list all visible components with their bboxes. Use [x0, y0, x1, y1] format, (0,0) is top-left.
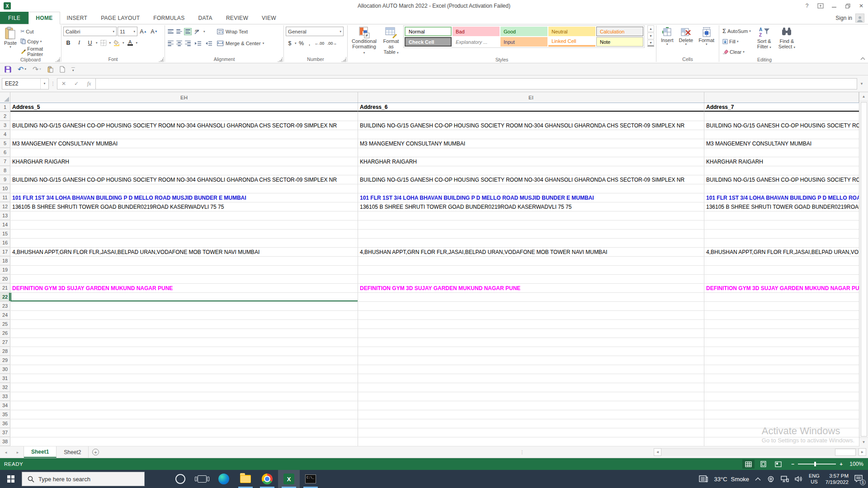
- grid-cell[interactable]: [10, 320, 358, 328]
- row-header-29[interactable]: 29: [0, 356, 10, 365]
- restore-button[interactable]: [841, 0, 854, 12]
- underline-button[interactable]: U: [85, 38, 95, 47]
- grid-cell[interactable]: [704, 401, 859, 410]
- cell-style-linked[interactable]: Linked Cell: [548, 37, 595, 47]
- grid-cell[interactable]: [358, 356, 704, 365]
- format-cells-button[interactable]: Format ▾: [696, 25, 717, 47]
- cortana-button[interactable]: [170, 470, 191, 488]
- grid-cell[interactable]: 136105 B SHREE SHRUTI TOWER GOAD BUNDER0…: [358, 202, 704, 211]
- fill-button[interactable]: Fill ▾: [721, 37, 752, 46]
- grid-cell[interactable]: [704, 347, 859, 356]
- accounting-dropdown-icon[interactable]: ▾: [295, 42, 297, 45]
- align-left-button[interactable]: [167, 40, 175, 47]
- grid-cell[interactable]: 4,BHUSHAN APPT,GRN FLOR FLR,JASAI,BELPAD…: [358, 248, 704, 256]
- decrease-font-button[interactable]: A▼: [149, 27, 159, 36]
- grid-cell[interactable]: [358, 130, 704, 139]
- grid-cell[interactable]: [358, 275, 704, 283]
- grid-cell[interactable]: [10, 428, 358, 437]
- grid-cell[interactable]: KHARGHAR RAIGARH: [358, 157, 704, 166]
- clear-dropdown-icon[interactable]: ▾: [743, 51, 745, 53]
- grid-cell[interactable]: [704, 293, 859, 301]
- grid-cell[interactable]: BUILDING NO-G/15 GANESH CO-OP HOUSING SO…: [704, 121, 859, 130]
- number-format-select[interactable]: General ▾: [286, 27, 344, 36]
- row-header-8[interactable]: 8: [0, 166, 10, 175]
- font-color-button[interactable]: A: [125, 38, 135, 47]
- find-select-button[interactable]: Find & Select ▾: [776, 25, 797, 51]
- bold-button[interactable]: B: [63, 38, 73, 47]
- paste-dropdown-icon[interactable]: ▾: [9, 46, 11, 48]
- qat-new-document-button[interactable]: [60, 66, 65, 73]
- sheet-nav-right-button[interactable]: ▸: [12, 446, 24, 458]
- grid-cell[interactable]: [704, 374, 859, 383]
- grid-cell[interactable]: BUILDING NO-G/15 GANESH CO-OP HOUSING SO…: [10, 121, 358, 130]
- italic-button[interactable]: I: [74, 38, 84, 47]
- grid-cell[interactable]: [704, 356, 859, 365]
- weather-condition[interactable]: Smoke: [731, 476, 749, 483]
- format-painter-button[interactable]: Format Painter: [19, 47, 59, 56]
- horizontal-scroll-thumb[interactable]: [835, 449, 856, 456]
- cell-style-normal[interactable]: Normal: [405, 27, 452, 36]
- borders-dropdown-icon[interactable]: ▾: [109, 42, 111, 44]
- taskbar-search-input[interactable]: Type here to search: [22, 472, 145, 486]
- grid-cell[interactable]: [10, 166, 358, 175]
- wrap-text-button[interactable]: Wrap Text: [217, 27, 264, 36]
- grid-cell[interactable]: [358, 365, 704, 374]
- row-header-19[interactable]: 19: [0, 266, 10, 274]
- row-header-20[interactable]: 20: [0, 275, 10, 283]
- grid-cell[interactable]: [704, 266, 859, 274]
- insert-cells-button[interactable]: Insert ▾: [659, 25, 676, 47]
- grid-cell[interactable]: [358, 302, 704, 310]
- grid-cell[interactable]: [10, 374, 358, 383]
- orientation-dropdown-icon[interactable]: ▾: [203, 30, 205, 33]
- grid-cell[interactable]: [358, 112, 704, 121]
- scroll-left-button[interactable]: ◄: [654, 448, 661, 456]
- grid-cell[interactable]: [704, 230, 859, 238]
- tab-review[interactable]: REVIEW: [219, 12, 255, 24]
- row-header-33[interactable]: 33: [0, 392, 10, 401]
- row-header-9[interactable]: 9: [0, 175, 10, 184]
- grid-cell[interactable]: [704, 257, 859, 265]
- name-box[interactable]: EE22 ▾: [2, 78, 49, 89]
- delete-cells-button[interactable]: Delete ▾: [676, 25, 695, 47]
- grid-cell[interactable]: 136105 B SHREE SHRUTI TOWER GOAD BUNDER0…: [704, 202, 859, 211]
- grid-cell[interactable]: [10, 347, 358, 356]
- zoom-slider[interactable]: [798, 464, 836, 465]
- merge-center-dropdown-icon[interactable]: ▾: [263, 42, 264, 45]
- row-header-15[interactable]: 15: [0, 230, 10, 238]
- horizontal-scrollbar[interactable]: ◄ ►: [654, 448, 866, 456]
- grid-cell[interactable]: DEFINITION GYM 3D SUJAY GARDEN MUKUND NA…: [10, 284, 358, 292]
- grid-cell[interactable]: [10, 437, 358, 446]
- grid-cell[interactable]: 101 FLR 1ST 3/4 LOHA BHAVAN BUILDING P D…: [704, 193, 859, 202]
- row-header-38[interactable]: 38: [0, 437, 10, 446]
- grid-cell[interactable]: [704, 320, 859, 328]
- row-header-13[interactable]: 13: [0, 211, 10, 220]
- grid-cell[interactable]: [358, 211, 704, 220]
- row-header-14[interactable]: 14: [0, 221, 10, 229]
- row-header-24[interactable]: 24: [0, 311, 10, 319]
- grid-cell[interactable]: [358, 230, 704, 238]
- gallery-more-button[interactable]: ▼: [647, 40, 654, 47]
- row-header-27[interactable]: 27: [0, 338, 10, 347]
- sheet-bar-resize-handle[interactable]: ⋮: [520, 446, 524, 458]
- grid-cell[interactable]: KHARGHAR RAIGARH: [704, 157, 859, 166]
- new-sheet-button[interactable]: +: [89, 446, 102, 458]
- network-icon[interactable]: [781, 476, 789, 482]
- font-size-select[interactable]: 11 ▾: [118, 27, 137, 36]
- cell-style-input[interactable]: Input: [500, 37, 547, 47]
- qat-paste-button[interactable]: [47, 66, 53, 73]
- row-header-21[interactable]: 21: [0, 284, 10, 292]
- grid-cell[interactable]: 4,BHUSHAN APPT,GRN FLOR FLR,JASAI,BELPAD…: [704, 248, 859, 256]
- meet-now-icon[interactable]: [767, 476, 775, 482]
- grid-cell[interactable]: 101 FLR 1ST 3/4 LOHA BHAVAN BUILDING P D…: [10, 193, 358, 202]
- align-center-button[interactable]: [175, 40, 183, 47]
- chrome-button[interactable]: [256, 470, 278, 488]
- row-header-37[interactable]: 37: [0, 428, 10, 437]
- grid-cell[interactable]: [358, 148, 704, 157]
- grid-cell[interactable]: [10, 419, 358, 428]
- grid-cell[interactable]: M3 MANGEMENY CONSULTANY MUMBAI: [358, 139, 704, 148]
- grid-cell[interactable]: [10, 211, 358, 220]
- grid-cell[interactable]: [358, 239, 704, 247]
- excel-taskbar-button[interactable]: X: [278, 470, 300, 488]
- conditional-formatting-button[interactable]: ≠ Conditional Formatting ▾: [349, 25, 379, 56]
- grid-cell[interactable]: Address_5: [10, 103, 358, 112]
